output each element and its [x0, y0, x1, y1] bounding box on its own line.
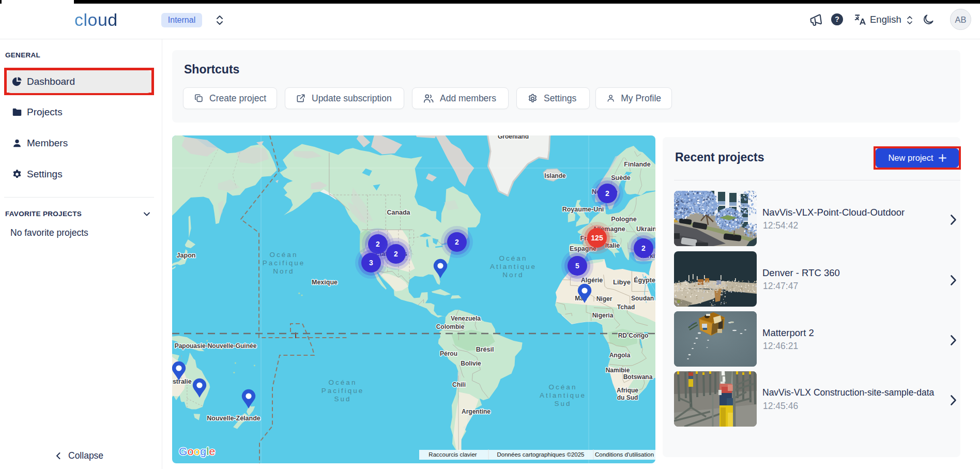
- svg-text:Angola: Angola: [609, 352, 631, 359]
- svg-text:Océan: Océan: [270, 251, 298, 259]
- svg-text:Égypte: Égypte: [634, 276, 655, 284]
- svg-text:RD Congo: RD Congo: [618, 332, 649, 339]
- svg-text:Soudan: Soudan: [631, 295, 654, 302]
- svg-text:Venezuela: Venezuela: [451, 315, 481, 322]
- svg-text:Groenland: Groenland: [498, 135, 529, 140]
- svg-text:Islande: Islande: [544, 172, 566, 179]
- svg-text:du Sud: du Sud: [617, 394, 638, 401]
- svg-text:2: 2: [641, 244, 646, 252]
- svg-text:2: 2: [455, 238, 459, 246]
- svg-text:3: 3: [369, 259, 373, 267]
- svg-text:Nord: Nord: [273, 267, 294, 275]
- svg-text:Océan: Océan: [499, 254, 528, 262]
- svg-text:Brésil: Brésil: [476, 346, 494, 353]
- svg-text:Ukraine: Ukraine: [636, 225, 655, 233]
- svg-text:Nord: Nord: [502, 271, 524, 279]
- svg-text:Papouasie-Nouvelle-Guinée: Papouasie-Nouvelle-Guinée: [175, 342, 257, 350]
- svg-text:Tchad: Tchad: [617, 304, 635, 311]
- svg-text:Sud: Sud: [554, 400, 571, 407]
- svg-text:2: 2: [376, 240, 380, 248]
- svg-text:2: 2: [605, 189, 609, 198]
- svg-text:Pérou: Pérou: [440, 350, 457, 357]
- svg-text:Raccourcis clavier: Raccourcis clavier: [428, 451, 477, 458]
- svg-text:Australie: Australie: [172, 378, 192, 385]
- svg-text:Pologne: Pologne: [611, 216, 636, 223]
- svg-text:Google: Google: [179, 445, 216, 457]
- svg-text:Données cartographiques ©2025: Données cartographiques ©2025: [497, 451, 585, 458]
- svg-text:5: 5: [575, 262, 579, 270]
- svg-text:Namibie: Namibie: [606, 367, 630, 374]
- svg-text:Canada: Canada: [387, 209, 410, 216]
- svg-text:Mexique: Mexique: [312, 279, 338, 286]
- svg-text:Bolivie: Bolivie: [461, 360, 481, 367]
- svg-text:Chili: Chili: [452, 381, 466, 388]
- svg-text:Argentine: Argentine: [462, 408, 491, 415]
- svg-text:Japon: Japon: [177, 252, 196, 259]
- svg-text:Afrique: Afrique: [617, 387, 638, 394]
- svg-text:Royaume-Uni: Royaume-Uni: [562, 206, 604, 213]
- svg-text:Botswana: Botswana: [623, 373, 653, 381]
- svg-text:Libye: Libye: [613, 278, 631, 286]
- svg-text:Nigeria: Nigeria: [592, 312, 614, 319]
- svg-text:2: 2: [394, 250, 398, 258]
- svg-text:Conditions d'utilisation: Conditions d'utilisation: [595, 451, 654, 458]
- svg-text:Colombie: Colombie: [436, 323, 465, 330]
- svg-text:Atlantique: Atlantique: [490, 263, 537, 270]
- svg-text:125: 125: [591, 234, 603, 242]
- svg-text:Nouvelle-Zélande: Nouvelle-Zélande: [207, 415, 261, 422]
- svg-text:Océan: Océan: [329, 379, 357, 386]
- svg-text:Atlantique: Atlantique: [540, 391, 586, 399]
- svg-text:Finlande: Finlande: [624, 161, 650, 168]
- svg-text:Pacifique: Pacifique: [263, 259, 305, 267]
- svg-text:Niger: Niger: [596, 295, 612, 302]
- svg-text:Pacifique: Pacifique: [321, 387, 364, 395]
- svg-text:Océan: Océan: [549, 383, 577, 391]
- svg-text:Sud: Sud: [334, 395, 351, 403]
